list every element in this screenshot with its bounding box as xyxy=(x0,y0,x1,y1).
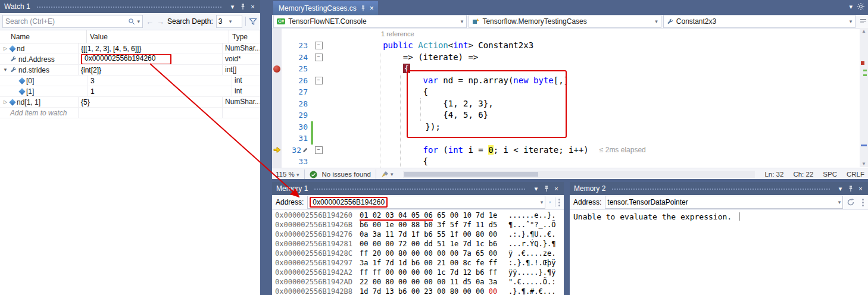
column-header-type[interactable]: Type xyxy=(229,30,260,43)
memory2-titlebar[interactable]: Memory 2 ▾ × xyxy=(570,182,868,195)
chevron-down-icon[interactable]: ▾ xyxy=(849,3,853,11)
scrollbar-thumb[interactable] xyxy=(404,172,538,177)
status-eol[interactable]: CRLF xyxy=(847,171,864,178)
change-bar xyxy=(311,133,317,145)
close-icon[interactable]: × xyxy=(248,2,258,11)
fold-collapse-box[interactable]: − xyxy=(315,77,323,84)
close-icon[interactable]: × xyxy=(855,184,866,193)
column-header-value[interactable]: Value xyxy=(87,30,229,43)
memory-address: 0x000002556B1942AD xyxy=(275,277,360,287)
issues-indicator[interactable]: No issues found xyxy=(322,171,371,178)
navbar-overflow-icon[interactable] xyxy=(860,18,867,24)
project-name: TensorFlowNET.Console xyxy=(288,17,458,26)
fold-collapse-box[interactable]: − xyxy=(315,54,323,61)
address-input[interactable]: 0x000002556B194260 ▾ xyxy=(307,196,545,209)
document-tab-strip: MemoryTestingCases.cs × ▾ xyxy=(272,0,868,15)
chevron-down-icon[interactable]: ▾ xyxy=(137,18,140,24)
memory2-message-area[interactable]: Unable to evaluate the expression. xyxy=(570,210,868,295)
window-position-button[interactable]: ▾ xyxy=(227,2,238,11)
chevron-down-icon[interactable]: ▾ xyxy=(838,199,841,205)
member-dropdown[interactable]: Constant2x3 ▾ xyxy=(663,15,855,28)
pin-icon[interactable] xyxy=(238,2,248,11)
property-wrench-icon xyxy=(10,56,17,62)
code-line[interactable]: 32− for (int i = 0; i < iterate; i++)≤ 2… xyxy=(272,145,868,156)
row-expander-icon[interactable]: ▷ xyxy=(2,44,8,54)
watch-row[interactable]: [0]3int xyxy=(0,76,260,86)
code-cleanup-icon xyxy=(381,171,389,178)
code-line[interactable]: 33 { xyxy=(272,156,868,168)
fold-collapse-box[interactable]: − xyxy=(315,146,323,154)
memory-bytes: ff ff 00 00 00 00 1c 7d 12 b6 ff xyxy=(360,268,508,277)
scroll-up-icon[interactable]: ▲ xyxy=(860,29,868,34)
editor-vertical-scrollbar[interactable]: ▲ ▼ xyxy=(860,28,868,167)
toolbar-overflow-icon[interactable] xyxy=(558,199,560,206)
refresh-icon[interactable] xyxy=(847,198,855,206)
change-bar xyxy=(311,86,314,98)
toolbar-overflow-icon[interactable] xyxy=(862,199,864,206)
memory-bytes: ff 20 00 80 00 00 00 00 7a 65 00 xyxy=(360,249,508,258)
pin-icon[interactable] xyxy=(360,5,366,11)
horizontal-scrollbar[interactable] xyxy=(403,171,755,178)
watch-name: nd[1, 1] xyxy=(17,98,40,107)
fold-collapse-box[interactable]: − xyxy=(315,42,323,49)
watch-titlebar[interactable]: Watch 1 ▾ × xyxy=(0,0,260,13)
zoom-select[interactable]: 115 % ▾ xyxy=(276,171,299,178)
code-line[interactable]: 29 {4, 5, 6} xyxy=(272,109,868,121)
vs-debug-window: Watch 1 ▾ × Search (Ctrl+E) ▾ ← → Search… xyxy=(0,0,868,295)
scroll-down-icon[interactable]: ▼ xyxy=(860,161,868,167)
refresh-icon[interactable] xyxy=(549,198,551,206)
search-placeholder: Search (Ctrl+E) xyxy=(5,17,126,26)
memory1-toolbar: Address: 0x000002556B194260 ▾ xyxy=(272,195,564,210)
memory-ascii: .:.}.¶U..€. xyxy=(508,230,555,239)
memory-ascii: :.}.¶.!.Œþÿ xyxy=(508,258,555,268)
window-position-button[interactable]: ▾ xyxy=(835,184,845,193)
changed-byte: 00 xyxy=(489,287,497,295)
watch-row[interactable]: ▷nd[1, 1]{5}NumShar... xyxy=(0,97,260,108)
row-expander-icon[interactable]: ▼ xyxy=(2,65,8,75)
line-number: 33 xyxy=(282,157,311,166)
pin-icon[interactable] xyxy=(541,184,551,193)
search-forward-icon[interactable]: → xyxy=(157,17,164,26)
code-cleanup-button[interactable]: ▾ xyxy=(381,171,394,178)
memory1-titlebar[interactable]: Memory 1 ▾ × xyxy=(272,182,564,195)
search-depth-select[interactable]: 3 ▾ xyxy=(216,15,242,28)
code-line[interactable]: 31 xyxy=(272,133,868,145)
memory-dump[interactable]: 0x000002556B19426001 02 03 04 05 06 65 0… xyxy=(272,210,564,295)
row-expander-icon[interactable]: ▷ xyxy=(2,98,8,107)
window-position-button[interactable]: ▾ xyxy=(531,184,541,193)
memory-row: 0x000002556B1942A2ff ff 00 00 00 00 1c 7… xyxy=(275,268,564,277)
line-number: 24 xyxy=(282,53,311,62)
project-dropdown[interactable]: C# TensorFlowNET.Console ▾ xyxy=(273,15,467,28)
code-line[interactable]: 30 }); xyxy=(272,121,868,133)
code-line[interactable]: 24− => (iterate) => xyxy=(272,52,868,64)
search-back-icon[interactable]: ← xyxy=(146,17,154,26)
pin-icon[interactable] xyxy=(845,184,855,193)
code-line[interactable]: 27 { xyxy=(272,86,868,98)
tab-memorytestingcases[interactable]: MemoryTestingCases.cs × xyxy=(273,1,378,15)
watch-name: nd xyxy=(17,44,24,54)
watch-row[interactable]: ▷nd{[[1, 2, 3], [4, 5, 6]]}NumShar... xyxy=(0,43,260,54)
type-dropdown[interactable]: Tensorflow.MemoryTestingCases ▾ xyxy=(469,15,661,28)
address-input[interactable]: tensor.TensorDataPointer ▾ xyxy=(605,196,843,209)
column-header-name[interactable]: Name xyxy=(0,30,87,43)
watch-name: [0] xyxy=(26,76,34,86)
code-line[interactable]: 25 { xyxy=(272,63,868,75)
code-line[interactable]: 28 {1, 2, 3}, xyxy=(272,98,868,110)
gear-icon[interactable] xyxy=(857,3,864,10)
code-line[interactable]: 23− public Action<int> Constant2x3 xyxy=(272,40,868,52)
watch-row[interactable]: nd.Address0x000002556b194260void* xyxy=(0,54,260,65)
codelens-reference-hint[interactable]: 1 reference xyxy=(381,30,414,37)
status-spc[interactable]: SPC xyxy=(823,171,837,178)
filter-icon[interactable] xyxy=(249,18,257,26)
breakpoint-icon[interactable] xyxy=(273,65,280,73)
watch-row[interactable]: ▼nd.strides{int[2]}int[] xyxy=(0,65,260,76)
watch-row[interactable]: [1]1int xyxy=(0,86,260,97)
memory-ascii: ÿÿ.....}.¶ÿ xyxy=(508,268,555,277)
code-area[interactable]: 1 reference 23− public Action<int> Const… xyxy=(272,29,868,168)
search-input[interactable]: Search (Ctrl+E) ▾ xyxy=(2,15,143,28)
watch-row[interactable]: Add item to watch xyxy=(0,108,260,118)
close-icon[interactable]: × xyxy=(370,4,374,12)
chevron-down-icon[interactable]: ▾ xyxy=(541,199,544,205)
code-line[interactable]: 26− var nd = np.array(new byte[,] xyxy=(272,75,868,87)
close-icon[interactable]: × xyxy=(551,184,561,193)
